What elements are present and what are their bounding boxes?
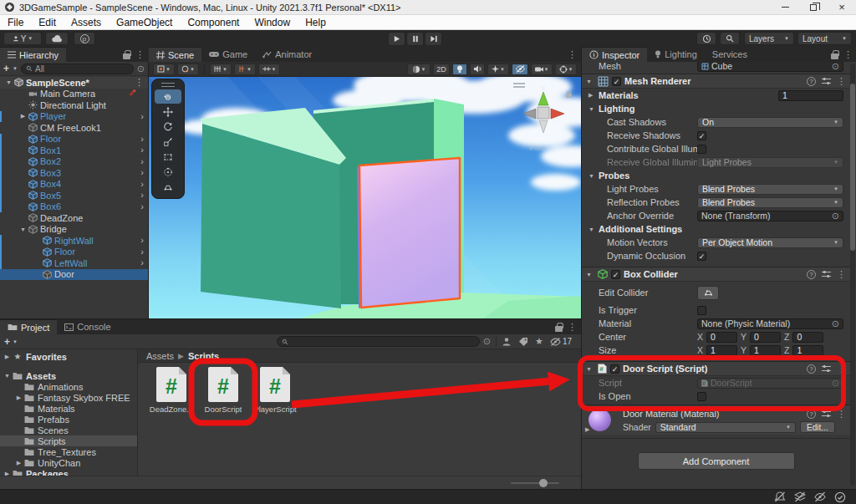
tab-animator[interactable]: Animator bbox=[255, 47, 319, 62]
door-material-component[interactable]: Door Material (Material) ? ⋮ Shader Stan… bbox=[582, 405, 850, 435]
foldout-icon[interactable]: ▶ bbox=[3, 354, 12, 360]
menu-window[interactable]: Window bbox=[247, 15, 298, 29]
prefab-open-arrow[interactable]: › bbox=[140, 157, 144, 166]
menu-help[interactable]: Help bbox=[298, 15, 334, 29]
gizmos-dropdown[interactable]: ▼ bbox=[555, 64, 577, 75]
camera-settings-dropdown[interactable]: ▼ bbox=[531, 64, 553, 75]
increment-snap-toggle[interactable]: ▼ bbox=[234, 64, 256, 75]
component-enabled-checkbox[interactable]: ✓ bbox=[611, 270, 620, 279]
inspector-lock-icon[interactable] bbox=[831, 50, 838, 59]
hierarchy-item-rightwall[interactable]: RightWall› bbox=[0, 235, 148, 247]
scene-lighting-toggle[interactable] bbox=[452, 64, 467, 75]
component-menu-icon[interactable]: ⋮ bbox=[837, 364, 846, 374]
scene-menu-icon[interactable]: ⋮ bbox=[568, 50, 577, 59]
presets-icon[interactable] bbox=[822, 270, 831, 278]
search-everywhere-button[interactable] bbox=[720, 32, 740, 45]
size-x-field[interactable]: 1 bbox=[706, 345, 737, 356]
hand-tool-button[interactable] bbox=[155, 89, 181, 104]
scene-audio-toggle[interactable] bbox=[470, 64, 485, 75]
hierarchy-item-box6[interactable]: Box6› bbox=[0, 201, 148, 213]
hierarchy-menu-icon[interactable]: ⋮ bbox=[135, 50, 145, 59]
receive-shadows-checkbox[interactable]: ✓ bbox=[697, 131, 706, 140]
step-button[interactable] bbox=[425, 32, 442, 46]
effects-dropdown[interactable]: ▼ bbox=[487, 64, 509, 75]
anchor-override-field[interactable]: None (Transform)⊙ bbox=[697, 211, 843, 221]
help-icon[interactable]: ? bbox=[807, 77, 816, 86]
tab-scene[interactable]: Scene bbox=[149, 47, 201, 62]
is-trigger-checkbox[interactable] bbox=[697, 306, 706, 315]
menu-assets[interactable]: Assets bbox=[64, 15, 109, 29]
foldout-icon[interactable]: ▶ bbox=[14, 395, 23, 401]
hierarchy-item-directional-light[interactable]: Directional Light bbox=[0, 99, 148, 111]
center-x-field[interactable]: 0 bbox=[706, 332, 737, 343]
account-button[interactable]: Y▼ bbox=[3, 32, 42, 45]
grid-snap-toggle[interactable]: ▼ bbox=[210, 64, 232, 75]
prefab-open-arrow[interactable]: › bbox=[140, 202, 144, 211]
icon-size-slider[interactable] bbox=[511, 482, 559, 484]
mesh-renderer-header[interactable]: ▼ ✓ Mesh Renderer ? ⋮ bbox=[582, 74, 850, 89]
project-tree-item-unitychan[interactable]: ▶UnityChan bbox=[0, 457, 137, 468]
hierarchy-item-deadzone[interactable]: DeadZone bbox=[0, 212, 148, 224]
reflection-probes-dropdown[interactable]: Blend Probes▼ bbox=[697, 197, 843, 208]
shading-mode-dropdown[interactable]: ▼ bbox=[407, 64, 431, 75]
project-tree-item-packages[interactable]: ▶Packages bbox=[0, 468, 137, 476]
object-picker-icon[interactable]: ⊙ bbox=[832, 62, 839, 71]
hierarchy-item-samplescene[interactable]: ▼SampleScene*⋮ bbox=[0, 77, 148, 89]
tool-settings-toggle[interactable]: ▼ bbox=[258, 64, 280, 75]
edit-collider-button[interactable] bbox=[697, 286, 719, 300]
plastic-scm-button[interactable]: p bbox=[74, 32, 95, 45]
hierarchy-item-door[interactable]: Door bbox=[0, 269, 148, 281]
physic-material-field[interactable]: None (Physic Material)⊙ bbox=[697, 318, 843, 329]
cloud-button[interactable] bbox=[45, 32, 69, 45]
tab-inspector[interactable]: Inspector bbox=[582, 47, 647, 62]
prefab-open-arrow[interactable]: › bbox=[140, 258, 144, 267]
palette-drag-handle[interactable] bbox=[161, 83, 175, 87]
search-picker-icon[interactable]: ⊙ bbox=[483, 337, 491, 346]
undo-history-button[interactable] bbox=[696, 32, 716, 45]
contribute-gi-checkbox[interactable] bbox=[697, 145, 706, 154]
hierarchy-item-main-camera[interactable]: Main Camera bbox=[0, 89, 148, 100]
additional-settings-row[interactable]: ▼Additional Settings bbox=[582, 222, 850, 236]
object-picker-icon[interactable]: ⊙ bbox=[832, 211, 839, 221]
door-script-header[interactable]: ▼ # ✓ Door Script (Script) ? ⋮ bbox=[582, 361, 850, 376]
presets-icon[interactable] bbox=[822, 410, 831, 418]
size-z-field[interactable]: 1 bbox=[792, 345, 823, 356]
2d-toggle[interactable]: 2D bbox=[433, 64, 450, 75]
inspector-menu-icon[interactable]: ⋮ bbox=[843, 50, 853, 59]
custom-tool-button[interactable] bbox=[155, 180, 181, 194]
hierarchy-item-box2[interactable]: Box2› bbox=[0, 156, 148, 168]
tab-console[interactable]: Console bbox=[57, 319, 118, 334]
project-lock-icon[interactable] bbox=[555, 323, 563, 332]
is-open-checkbox[interactable] bbox=[697, 392, 706, 401]
prefab-open-arrow[interactable]: › bbox=[140, 236, 144, 245]
probes-section-row[interactable]: ▼Probes bbox=[582, 169, 850, 182]
rotate-tool-button[interactable] bbox=[155, 120, 181, 134]
hierarchy-item-cm-freelook1[interactable]: CM FreeLook1 bbox=[0, 122, 148, 134]
tab-services[interactable]: Services bbox=[705, 47, 755, 62]
project-tree-item-fantasy-skybox-free[interactable]: ▶Fantasy Skybox FREE bbox=[0, 392, 137, 403]
hierarchy-item-floor[interactable]: Floor› bbox=[0, 247, 148, 258]
project-tree-item-prefabs[interactable]: Prefabs bbox=[0, 414, 137, 425]
center-y-field[interactable]: 0 bbox=[750, 332, 781, 343]
slider-knob[interactable] bbox=[539, 479, 548, 487]
hierarchy-item-box5[interactable]: Box5› bbox=[0, 190, 148, 201]
prefab-open-arrow[interactable]: › bbox=[140, 180, 144, 189]
shader-edit-button[interactable]: Edit... bbox=[800, 421, 835, 433]
project-tree-item-scenes[interactable]: Scenes bbox=[0, 425, 137, 435]
prefab-open-arrow[interactable]: › bbox=[140, 135, 144, 144]
tab-game[interactable]: Game bbox=[201, 47, 255, 62]
script-item-doorscript[interactable]: #DoorScript bbox=[200, 367, 247, 414]
menu-component[interactable]: Component bbox=[180, 15, 247, 29]
breadcrumb-scripts[interactable]: Scripts bbox=[188, 351, 219, 361]
status-ok-icon[interactable] bbox=[834, 491, 846, 503]
create-object-button[interactable]: + bbox=[3, 63, 9, 74]
inspector-scrollbar[interactable] bbox=[850, 64, 855, 486]
prefab-open-arrow[interactable]: › bbox=[140, 247, 144, 257]
scene-options-icon[interactable]: ⋮ bbox=[135, 78, 144, 87]
scene-viewport[interactable]: y ≡ Iso bbox=[149, 77, 581, 318]
help-icon[interactable]: ? bbox=[807, 410, 816, 419]
project-tree-item-animations[interactable]: Animations bbox=[0, 381, 137, 392]
size-y-field[interactable]: 1 bbox=[750, 345, 781, 356]
dynamic-occlusion-checkbox[interactable]: ✓ bbox=[697, 252, 706, 261]
help-icon[interactable]: ? bbox=[807, 364, 816, 374]
